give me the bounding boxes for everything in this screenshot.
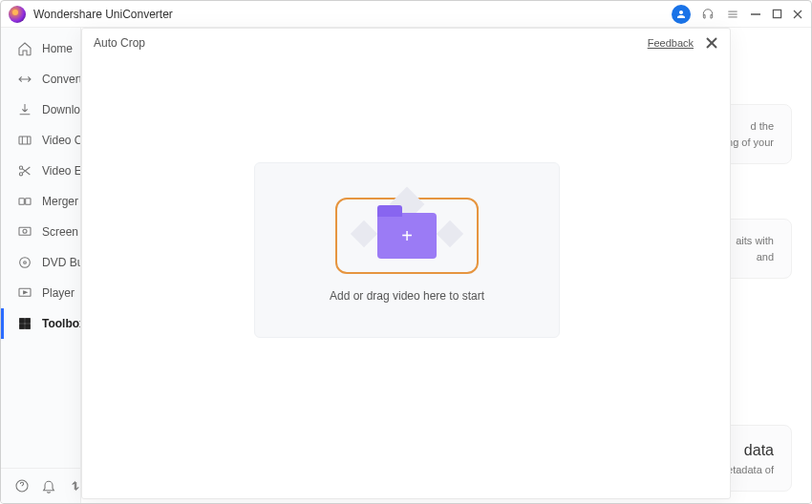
- home-icon: [17, 41, 32, 56]
- auto-crop-modal: Auto Crop Feedback + Add or: [81, 28, 731, 499]
- dvd-icon: [17, 255, 32, 270]
- sidebar-item-dvd[interactable]: DVD Burner: [1, 247, 80, 278]
- svg-rect-7: [19, 136, 31, 144]
- compressor-icon: [17, 133, 32, 148]
- close-button[interactable]: [792, 9, 803, 20]
- sidebar-item-label: Screen Recorder: [42, 225, 81, 239]
- sidebar-bottom: [1, 468, 80, 503]
- sidebar-item-compressor[interactable]: Video Compressor: [1, 125, 80, 156]
- converter-icon: [17, 72, 32, 87]
- transfer-icon[interactable]: [68, 478, 81, 494]
- content-area: d the ing of your aits with and data eta…: [81, 28, 811, 503]
- sidebar-item-label: Converter: [42, 73, 81, 86]
- svg-rect-4: [773, 10, 780, 17]
- app-logo-icon: [9, 6, 26, 23]
- svg-rect-19: [20, 325, 25, 329]
- sidebar-item-label: Toolbox: [42, 317, 81, 330]
- download-icon: [17, 102, 32, 117]
- feedback-link[interactable]: Feedback: [648, 37, 694, 49]
- sidebar-item-label: Downloader: [42, 103, 81, 116]
- svg-rect-20: [26, 325, 31, 329]
- minimize-button[interactable]: [750, 9, 761, 20]
- sidebar: Home Converter Downloader Video Compress…: [1, 28, 81, 503]
- player-icon: [17, 285, 32, 301]
- sidebar-item-label: Player: [42, 286, 75, 300]
- dropzone[interactable]: + Add or drag video here to start: [254, 162, 560, 338]
- sidebar-item-downloader[interactable]: Downloader: [1, 94, 80, 125]
- svg-point-15: [24, 262, 27, 264]
- svg-point-8: [19, 166, 22, 169]
- svg-rect-10: [19, 199, 24, 205]
- modal-title: Auto Crop: [94, 36, 648, 50]
- help-icon[interactable]: [14, 478, 30, 494]
- sidebar-item-player[interactable]: Player: [1, 278, 80, 308]
- svg-point-14: [20, 258, 31, 268]
- account-icon[interactable]: [672, 5, 691, 24]
- svg-rect-17: [20, 319, 25, 324]
- sidebar-item-label: Video Editor: [42, 164, 81, 178]
- app-title: Wondershare UniConverter: [33, 8, 672, 21]
- sidebar-item-label: Home: [42, 42, 73, 55]
- sidebar-item-label: Merger: [42, 195, 78, 208]
- sidebar-item-toolbox[interactable]: Toolbox: [1, 308, 80, 339]
- maximize-button[interactable]: [771, 9, 782, 20]
- headset-icon[interactable]: [700, 7, 716, 22]
- toolbox-icon: [17, 316, 32, 331]
- dropzone-hint: Add or drag video here to start: [330, 289, 484, 303]
- scissors-icon: [17, 163, 32, 178]
- bell-icon[interactable]: [41, 478, 56, 494]
- titlebar: Wondershare UniConverter: [1, 1, 811, 28]
- sidebar-item-home[interactable]: Home: [1, 33, 80, 64]
- sidebar-item-merger[interactable]: Merger: [1, 186, 80, 217]
- sidebar-item-label: DVD Burner: [42, 256, 81, 269]
- sidebar-item-converter[interactable]: Converter: [1, 64, 80, 94]
- add-video-button[interactable]: +: [335, 198, 479, 274]
- close-icon[interactable]: [705, 36, 718, 50]
- svg-point-13: [23, 229, 27, 233]
- folder-icon: +: [377, 213, 437, 259]
- hamburger-menu-icon[interactable]: [725, 7, 740, 22]
- recorder-icon: [17, 224, 32, 240]
- svg-point-9: [19, 173, 22, 176]
- sidebar-item-label: Video Compressor: [42, 134, 81, 147]
- sidebar-item-recorder[interactable]: Screen Recorder: [1, 217, 80, 247]
- svg-rect-12: [19, 227, 31, 235]
- svg-rect-18: [26, 319, 31, 324]
- plus-icon: +: [401, 225, 413, 247]
- svg-rect-11: [26, 199, 31, 205]
- merger-icon: [17, 194, 32, 209]
- sidebar-item-editor[interactable]: Video Editor: [1, 156, 80, 186]
